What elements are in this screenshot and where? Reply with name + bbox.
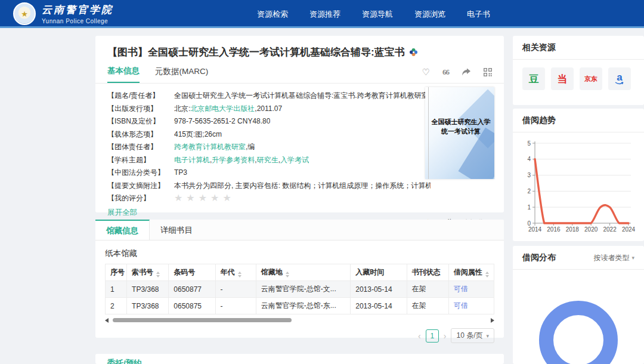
column-header[interactable]: 索书号: [127, 264, 169, 281]
douban-icon[interactable]: 豆: [522, 67, 545, 90]
pinwheel-icon[interactable]: [409, 48, 418, 57]
dangdang-icon[interactable]: 当: [551, 67, 574, 90]
field-link[interactable]: 电子计算机: [174, 156, 210, 164]
page-number[interactable]: 1: [426, 329, 439, 343]
table-cell: 在架: [407, 281, 448, 298]
field-text: 978-7-5635-2651-2 CNY48.80: [174, 117, 270, 125]
holdings-tabs: 馆藏信息 详细书目: [95, 220, 504, 240]
reader-type-filter-label: 按读者类型: [593, 253, 629, 263]
reader-type-filter[interactable]: 按读者类型 ▾: [593, 253, 634, 263]
field-link[interactable]: 入学考试: [280, 156, 309, 164]
holdings-table-wrap: 序号索书号条码号年代馆藏地入藏时间书刊状态借阅属性 1TP3/368065087…: [105, 264, 494, 314]
amazon-icon[interactable]: a: [608, 67, 631, 90]
school-logo-icon: ★: [13, 2, 36, 25]
quote-icon[interactable]: 66: [442, 68, 449, 76]
borrow-distribution-donut: [522, 272, 634, 364]
next-page-button[interactable]: ›: [444, 331, 447, 341]
related-resources-title: 相关资源: [513, 36, 644, 60]
holdings-card: 馆藏信息 详细书目 纸本馆藏 序号索书号条码号年代馆藏地入藏时间书刊状态借阅属性…: [95, 220, 504, 338]
svg-text:3: 3: [527, 172, 531, 178]
field-value: 北京:北京邮电大学出版社,2011.07: [174, 103, 282, 116]
nav-item[interactable]: 资源检索: [257, 9, 288, 20]
sort-caret-icon[interactable]: [156, 272, 160, 277]
field-label: 【ISBN及定价】: [107, 115, 174, 128]
column-header: 入藏时间: [351, 264, 407, 281]
sort-caret-icon[interactable]: [238, 272, 242, 277]
prev-page-button[interactable]: ‹: [418, 331, 421, 341]
cover-line: 全国硕士研究生入学: [430, 117, 492, 127]
borrow-trend-chart: 012345201420162018202020222024: [519, 136, 638, 239]
table-cell: 2013-05-14: [351, 281, 407, 298]
my-rating-stars[interactable]: ★★★★★: [174, 192, 235, 205]
borrowable-link[interactable]: 可借: [454, 301, 468, 310]
expand-all-link[interactable]: 展开全部: [95, 205, 504, 218]
borrowable-link[interactable]: 可借: [454, 285, 468, 293]
school-name: 云南警官学院 Yunnan Police College: [42, 3, 113, 24]
field-link[interactable]: 研究生: [257, 156, 278, 164]
column-header[interactable]: 年代: [215, 264, 256, 281]
field-text: ,编: [246, 143, 255, 151]
table-cell: 1: [106, 281, 127, 298]
table-cell: 可借: [448, 298, 494, 314]
related-resources-card: 相关资源 豆当京东a: [513, 36, 644, 105]
holdings-table: 序号索书号条码号年代馆藏地入藏时间书刊状态借阅属性 1TP3/368065087…: [105, 264, 494, 314]
cover-line: 统一考试计算: [430, 127, 492, 136]
share-icon[interactable]: [462, 68, 471, 76]
table-cell: 2: [106, 298, 127, 314]
scrollbar-thumb[interactable]: [113, 318, 292, 322]
nav-item[interactable]: 资源浏览: [414, 9, 445, 20]
qr-code-icon[interactable]: [484, 68, 492, 76]
sort-caret-icon[interactable]: [485, 272, 489, 277]
borrow-distribution-card: 借阅分布 按读者类型 ▾: [513, 246, 644, 364]
nav-item[interactable]: 资源导航: [362, 9, 393, 20]
field-link[interactable]: 升学参考资料: [212, 156, 255, 164]
field-label: 【提要文摘附注】: [107, 180, 174, 193]
svg-text:2014: 2014: [528, 226, 542, 233]
svg-text:2016: 2016: [547, 226, 561, 233]
svg-text:2022: 2022: [603, 226, 617, 233]
field-label: 【载体形态项】: [107, 128, 174, 141]
column-header[interactable]: 借阅属性: [448, 264, 494, 281]
my-rating-row: 【我的评分】 ★★★★★: [95, 192, 504, 205]
table-scrollbar: [105, 318, 494, 323]
nav-item[interactable]: 资源推荐: [309, 9, 340, 20]
table-cell: 2013-05-14: [351, 298, 407, 314]
jd-icon[interactable]: 京东: [580, 67, 602, 90]
field-label: 【题名/责任者】: [107, 90, 174, 103]
page-size-select[interactable]: 10 条/页 ▾: [451, 328, 494, 343]
tab-marc[interactable]: 元数据(MARC): [155, 66, 208, 82]
book-title: 【图书】全国硕士研究生入学统一考试计算机基础综合辅导:蓝宝书: [107, 45, 405, 59]
field-label: 【出版发行项】: [107, 103, 174, 116]
school-name-en: Yunnan Police College: [42, 18, 113, 24]
table-cell: 可借: [448, 281, 494, 298]
tab-bibliography[interactable]: 详细书目: [150, 220, 203, 240]
table-cell: -: [215, 281, 256, 298]
field-label: 【我的评分】: [107, 192, 174, 205]
field-link[interactable]: 跨考教育计算机教研室: [174, 143, 246, 151]
table-cell: 0650875: [169, 298, 215, 314]
sort-caret-icon[interactable]: [286, 272, 289, 277]
borrow-trend-card: 借阅趋势 012345201420162018202020222024: [513, 109, 644, 241]
field-row: 【提要文摘附注】本书共分为四部分, 主要内容包括: 数据结构；计算机组成原理；操…: [107, 180, 492, 193]
column-header: 条码号: [169, 264, 215, 281]
chevron-down-icon: ▾: [486, 333, 489, 339]
table-cell: 云南警官学院-总馆-东...: [256, 298, 350, 314]
chevron-down-icon: ▾: [631, 255, 634, 261]
table-cell: TP3/368: [127, 281, 169, 298]
field-value: 978-7-5635-2651-2 CNY48.80: [174, 115, 270, 128]
field-value: 全国硕士研究生入学统一考试计算机基础综合辅导:蓝宝书.跨考教育计算机教研室编: [174, 90, 431, 103]
scroll-left-arrow-icon[interactable]: [105, 318, 109, 323]
tab-basic-info[interactable]: 基本信息: [107, 66, 140, 83]
field-label: 【中图法分类号】: [107, 166, 174, 180]
field-link[interactable]: 北京邮电大学出版社: [190, 104, 255, 113]
favorite-heart-icon[interactable]: ♡: [422, 67, 430, 76]
nav-item[interactable]: 电子书: [467, 9, 490, 20]
field-text: 北京:: [174, 104, 190, 113]
school-name-cn: 云南警官学院: [42, 3, 113, 17]
tab-holdings-info[interactable]: 馆藏信息: [95, 220, 150, 240]
table-cell: TP3/368: [127, 298, 169, 314]
page-size-value: 10 条/页: [456, 331, 482, 341]
column-header[interactable]: 馆藏地: [256, 264, 350, 281]
scroll-right-arrow-icon[interactable]: [491, 318, 494, 323]
field-label: 【团体责任者】: [107, 141, 174, 154]
